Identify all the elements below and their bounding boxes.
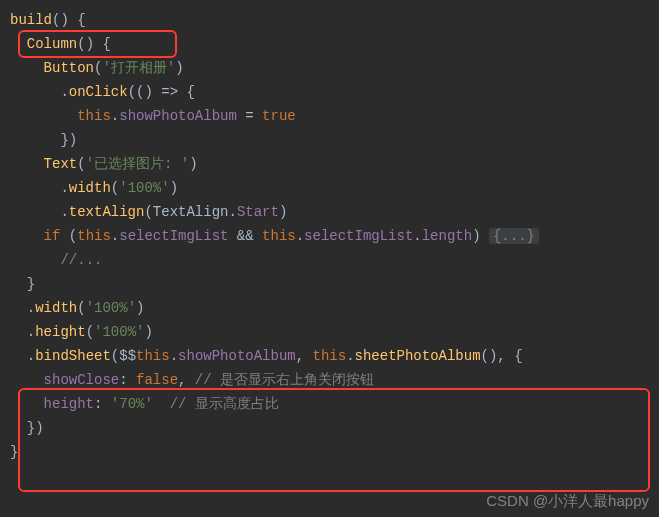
code-line: .textAlign(TextAlign.Start) <box>10 204 287 220</box>
code-line: .height('100%') <box>10 324 153 340</box>
code-line: Text('已选择图片: ') <box>10 156 198 172</box>
code-line: .width('100%') <box>10 300 144 316</box>
code-line: build() { <box>10 12 86 28</box>
method-bindsheet: bindSheet <box>35 348 111 364</box>
code-line: }) <box>10 420 44 436</box>
fn-column: Column <box>27 36 77 52</box>
code-line: } <box>10 276 35 292</box>
fn-text: Text <box>44 156 78 172</box>
code-line: .width('100%') <box>10 180 178 196</box>
code-line: this.showPhotoAlbum = true <box>10 108 296 124</box>
code-line: Column() { <box>10 36 111 52</box>
code-line: if (this.selectImgList && this.selectImg… <box>10 228 539 244</box>
code-line: showClose: false, // 是否显示右上角关闭按钮 <box>10 372 374 388</box>
watermark-text: CSDN @小洋人最happy <box>486 489 649 513</box>
code-editor[interactable]: build() { Column() { Button('打开相册') .onC… <box>0 0 659 464</box>
fn-button: Button <box>44 60 94 76</box>
code-line: } <box>10 444 18 460</box>
code-line: .onClick(() => { <box>10 84 195 100</box>
code-line: Button('打开相册') <box>10 60 184 76</box>
method-onclick: onClick <box>69 84 128 100</box>
code-line: }) <box>10 132 77 148</box>
code-line: .bindSheet($$this.showPhotoAlbum, this.s… <box>10 348 523 364</box>
fold-icon[interactable]: {...} <box>489 228 539 244</box>
fn-build: build <box>10 12 52 28</box>
code-line: //... <box>10 252 102 268</box>
code-line: height: '70%' // 显示高度占比 <box>10 396 279 412</box>
